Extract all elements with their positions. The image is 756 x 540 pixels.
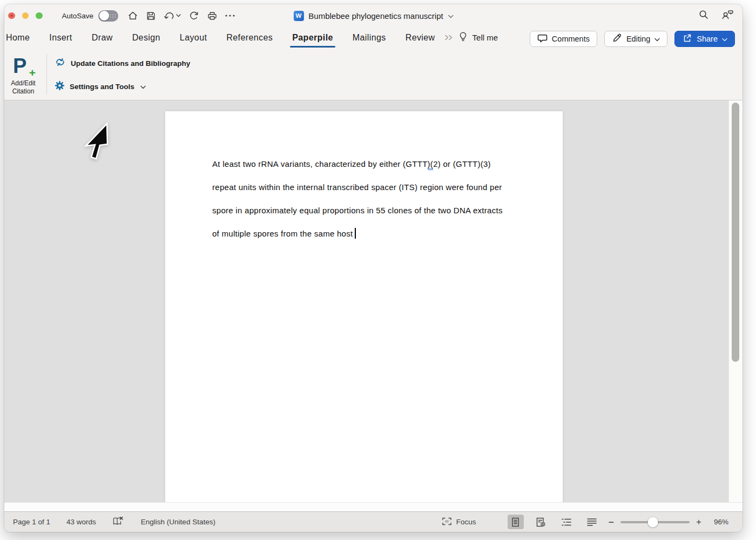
tab-home[interactable]: Home [6,31,30,47]
tab-draw[interactable]: Draw [92,31,113,47]
editing-mode-button[interactable]: Editing [604,31,667,47]
lightbulb-icon [459,31,467,44]
comments-button[interactable]: Comments [530,31,597,47]
editing-chevron-icon [654,35,660,43]
minimize-window-button[interactable] [22,12,29,19]
mouse-cursor-icon [84,120,118,165]
print-layout-view-button[interactable] [508,515,524,529]
undo-icon[interactable] [164,11,174,21]
text-line-1[interactable]: At least two rRNA variants, characterize… [212,152,563,176]
title-dropdown-chevron-icon[interactable] [448,11,454,21]
ribbon-paperpile: P+ Add/Edit Citation Update Citations an… [4,51,742,100]
page-count[interactable]: Page 1 of 1 [13,518,50,526]
zoom-percentage[interactable]: 96% [708,518,728,526]
tab-references[interactable]: References [226,31,273,47]
add-edit-citation-button[interactable]: P+ Add/Edit Citation [4,51,42,100]
pencil-icon [612,33,622,45]
paragraph-text[interactable]: At least two rRNA variants, characterize… [165,111,563,245]
add-edit-citation-label: Add/Edit Citation [11,79,35,96]
search-icon[interactable] [698,9,709,22]
tab-mailings[interactable]: Mailings [353,31,386,47]
zoom-slider-knob[interactable] [648,517,658,527]
document-title: Bumblebee phylogenetics manuscript [308,11,443,21]
save-icon[interactable] [146,11,156,21]
ribbon-tab-bar: Home Insert Draw Design Layout Reference… [4,27,742,51]
autosave-label: AutoSave [62,12,94,20]
text-line-3[interactable]: spore in approximately equal proportions… [212,199,563,222]
paperpile-logo-icon: P+ [13,55,33,78]
close-window-button[interactable] [8,12,15,19]
undo-dropdown-chevron-icon[interactable] [176,14,181,17]
word-app-icon: W [293,11,303,21]
zoom-slider[interactable] [620,521,690,523]
autosave-toggle[interactable] [98,10,118,22]
zoom-control: − + 96% [609,517,728,527]
home-icon[interactable] [127,10,138,21]
zoom-window-button[interactable] [36,12,43,19]
sync-icon [55,57,66,69]
grammar-flagged-text[interactable]: )( [428,159,434,170]
word-count[interactable]: 43 words [66,518,96,526]
document-canvas[interactable]: At least two rRNA variants, characterize… [4,100,742,511]
tab-review[interactable]: Review [406,31,435,47]
share-icon [682,33,692,45]
ribbon-divider [46,54,47,94]
vertical-scrollbar-thumb[interactable] [732,103,739,362]
tab-insert[interactable]: Insert [49,31,72,47]
gear-icon [55,80,65,93]
word-app-window: AutoSave W Bumblebee phylogenetics manus… [4,4,742,532]
outline-view-button[interactable] [558,515,575,529]
focus-button[interactable]: Focus [442,517,476,528]
comments-icon [537,33,548,45]
update-citations-button[interactable]: Update Citations and Bibliography [55,57,190,70]
more-tabs-chevrons-icon[interactable] [444,33,454,43]
text-cursor [355,228,356,239]
window-controls [8,12,43,19]
tab-paperpile[interactable]: Paperpile [292,31,333,47]
tell-me-label[interactable]: Tell me [473,33,498,42]
title-bar: AutoSave W Bumblebee phylogenetics manus… [4,4,742,27]
text-line-4[interactable]: of multiple spores from the same host [212,222,563,245]
language-status[interactable]: English (United States) [141,518,215,526]
document-title-group[interactable]: W Bumblebee phylogenetics manuscript [293,11,453,21]
status-bar: Page 1 of 1 43 words English (United Sta… [4,511,742,532]
settings-and-tools-button[interactable]: Settings and Tools [55,80,190,93]
share-button[interactable]: Share [674,31,735,47]
tab-layout[interactable]: Layout [180,31,207,47]
document-page[interactable]: At least two rRNA variants, characterize… [165,111,563,502]
share-chevron-icon [722,35,727,43]
presence-contact-icon[interactable] [721,9,734,22]
print-icon[interactable] [207,11,218,21]
zoom-in-button[interactable]: + [696,517,701,526]
vertical-scrollbar[interactable] [728,100,742,502]
horizontal-scrollbar-track[interactable] [4,502,742,511]
redo-icon[interactable] [188,10,199,21]
draft-view-button[interactable] [584,515,600,529]
zoom-out-button[interactable]: − [609,517,615,527]
web-layout-view-button[interactable] [533,515,549,529]
text-line-2[interactable]: repeat units within the internal transcr… [212,176,563,199]
focus-icon [442,517,452,528]
settings-chevron-icon [140,82,146,91]
tab-design[interactable]: Design [132,31,160,47]
more-commands-icon[interactable] [225,15,235,17]
proofing-errors-icon[interactable] [112,516,125,528]
